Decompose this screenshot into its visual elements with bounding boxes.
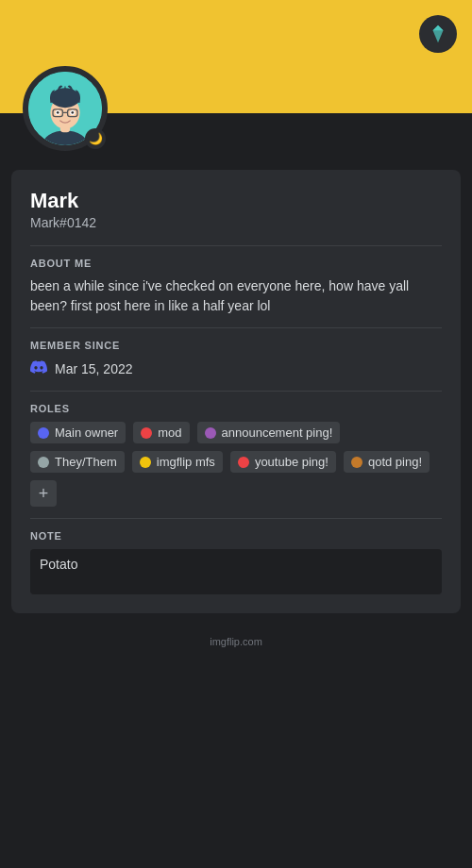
role-dot-youtube-ping — [238, 457, 249, 468]
username: Mark — [30, 189, 442, 213]
note-label: NOTE — [30, 530, 442, 542]
role-they-them[interactable]: They/Them — [30, 451, 125, 473]
svg-point-4 — [50, 88, 79, 108]
divider-1 — [30, 245, 442, 246]
about-me-text: been a while since i've checked on every… — [30, 276, 442, 316]
roles-grid: Main owner mod announcement ping! They/T… — [30, 422, 442, 507]
member-since-label: MEMBER SINCE — [30, 340, 442, 351]
profile-banner: 🌙 — [0, 0, 472, 113]
note-input[interactable]: Potato — [30, 549, 442, 594]
role-dot-announcement-ping — [205, 427, 216, 439]
member-since-date: Mar 15, 2022 — [55, 361, 133, 376]
about-me-label: ABOUT ME — [30, 258, 442, 269]
role-announcement-ping[interactable]: announcement ping! — [197, 422, 341, 443]
role-dot-main-owner — [38, 427, 49, 439]
diamond-icon — [428, 24, 448, 44]
role-label-youtube-ping: youtube ping! — [255, 455, 329, 469]
nitro-button[interactable] — [419, 15, 457, 53]
member-since-row: Mar 15, 2022 — [30, 359, 442, 379]
role-label-they-them: They/Them — [55, 455, 117, 469]
divider-3 — [30, 391, 442, 392]
avatar-badge: 🌙 — [85, 128, 106, 149]
discord-icon — [30, 359, 47, 379]
svg-point-10 — [57, 111, 59, 114]
divider-2 — [30, 327, 442, 328]
role-dot-qotd-ping — [351, 457, 362, 468]
role-qotd-ping[interactable]: qotd ping! — [344, 451, 430, 473]
profile-card: Mark Mark#0142 ABOUT ME been a while sin… — [11, 170, 461, 613]
avatar-wrapper: 🌙 — [23, 66, 108, 151]
role-dot-imgflip-mfs — [140, 457, 151, 468]
role-main-owner[interactable]: Main owner — [30, 422, 126, 443]
add-role-button[interactable]: + — [30, 480, 57, 507]
role-dot-they-them — [38, 457, 49, 468]
role-label-mod: mod — [158, 426, 181, 440]
role-label-qotd-ping: qotd ping! — [368, 455, 422, 469]
role-dot-mod — [141, 427, 152, 439]
user-tag: Mark#0142 — [30, 215, 442, 230]
watermark: imgflip.com — [0, 628, 472, 659]
divider-4 — [30, 518, 442, 519]
role-label-announcement-ping: announcement ping! — [222, 426, 333, 440]
role-youtube-ping[interactable]: youtube ping! — [230, 451, 336, 473]
role-imgflip-mfs[interactable]: imgflip mfs — [132, 451, 223, 473]
roles-label: ROLES — [30, 403, 442, 414]
svg-point-11 — [72, 111, 75, 114]
role-mod[interactable]: mod — [133, 422, 189, 443]
role-label-main-owner: Main owner — [55, 426, 118, 440]
role-label-imgflip-mfs: imgflip mfs — [157, 455, 215, 469]
